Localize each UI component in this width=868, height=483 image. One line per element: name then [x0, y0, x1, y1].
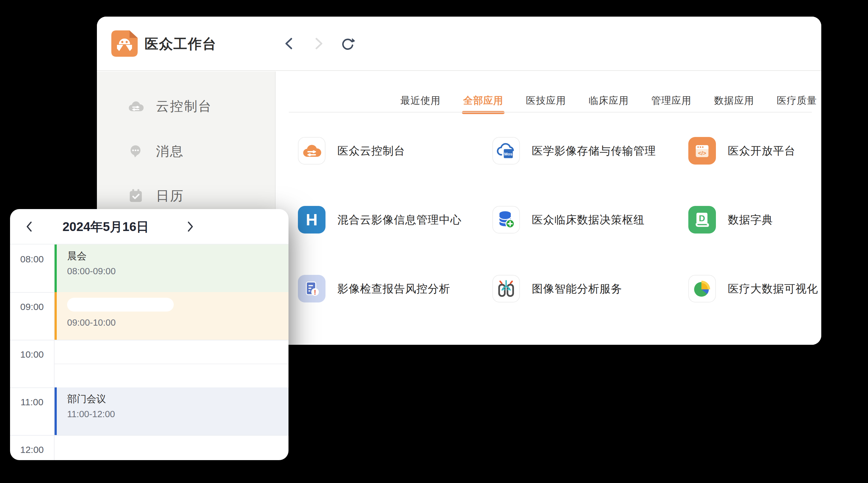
event-title: 部门会议 [67, 393, 288, 405]
app-open-platform[interactable]: </> 医众开放平台 [688, 137, 821, 165]
time-label: 10:00 [10, 340, 54, 360]
app-big-data-visualization[interactable]: 医疗大数据可视化 [688, 275, 821, 302]
app-label: 医疗大数据可视化 [728, 282, 818, 296]
app-label: 数据字典 [728, 213, 773, 227]
app-hybrid-cloud-imaging-center[interactable]: H 混合云影像信息管理中心 [298, 206, 486, 233]
app-label: 医众云控制台 [337, 143, 405, 158]
calendar-date: 2024年5月16日 [48, 209, 164, 245]
half-hour-gridline [55, 363, 288, 364]
time-label: 12:00 [10, 435, 54, 455]
tab-management-apps[interactable]: 管理应用 [651, 94, 691, 107]
report-alert-icon: ! [298, 275, 326, 302]
calendar-prev-day-button[interactable] [21, 219, 38, 235]
app-label: 影像检查报告风控分析 [337, 282, 450, 296]
app-cloud-console[interactable]: 医众云控制台 [298, 137, 486, 165]
letter-h-glyph: H [306, 210, 318, 229]
svg-text:Mos: Mos [504, 152, 513, 156]
window-header: 医众工作台 [97, 17, 821, 71]
calendar-panel: 2024年5月16日 08:00 09:00 10:00 11:00 12:00… [10, 209, 288, 460]
tab-all-apps[interactable]: 全部应用 [463, 94, 503, 107]
sidebar-item-label: 消息 [156, 142, 184, 160]
sidebar-item-messages[interactable]: 消息 [97, 137, 275, 165]
sidebar-item-label: 云控制台 [156, 97, 212, 115]
event-time: 11:00-12:00 [67, 409, 288, 419]
browser-nav [281, 35, 356, 52]
event-time: 09:00-10:00 [67, 317, 288, 328]
tab-medical-quality[interactable]: 医疗质量 [777, 94, 817, 107]
app-label: 医众开放平台 [728, 143, 796, 158]
cloud-console-icon [127, 97, 145, 115]
calendar-event-morning-meeting[interactable]: 晨会 08:00-09:00 [55, 245, 288, 292]
sidebar-item-label: 日历 [156, 187, 184, 205]
calendar-header: 2024年5月16日 [10, 209, 288, 245]
calendar-icon [127, 187, 145, 205]
sidebar-item-calendar[interactable]: 日历 [97, 182, 275, 210]
app-label: 图像智能分析服务 [532, 282, 622, 296]
svg-text:D: D [699, 214, 705, 223]
apps-panel: 最近使用 全部应用 医技应用 临床应用 管理应用 数据应用 医疗质量 医 [276, 71, 821, 345]
database-plus-icon [492, 206, 520, 233]
tab-data-apps[interactable]: 数据应用 [714, 94, 754, 107]
lungs-icon [492, 275, 520, 302]
tab-clinical-apps[interactable]: 临床应用 [589, 94, 629, 107]
calendar-day-grid: 08:00 09:00 10:00 11:00 12:00 晨会 08:00-0… [10, 245, 288, 460]
letter-h-icon: H [298, 206, 326, 233]
app-report-risk-analysis[interactable]: ! 影像检查报告风控分析 [298, 275, 486, 302]
event-title: 晨会 [67, 250, 288, 262]
tab-recently-used[interactable]: 最近使用 [400, 94, 441, 107]
svg-text:!: ! [314, 289, 316, 296]
svg-text:</>: </> [698, 150, 706, 156]
pie-chart-icon [688, 275, 716, 302]
dictionary-book-icon: D [688, 206, 716, 233]
calendar-next-day-button[interactable] [182, 219, 198, 235]
cloud-mos-icon: Mos [492, 137, 520, 165]
app-label: 混合云影像信息管理中心 [337, 213, 462, 227]
app-title: 医众工作台 [145, 17, 217, 71]
tabs-divider [289, 112, 812, 112]
refresh-button[interactable] [338, 35, 356, 52]
app-category-tabs: 最近使用 全部应用 医技应用 临床应用 管理应用 数据应用 医疗质量 [400, 94, 817, 107]
message-icon [127, 142, 145, 160]
time-label: 09:00 [10, 292, 54, 312]
forward-button[interactable] [310, 35, 327, 52]
time-label: 11:00 [10, 387, 54, 408]
back-button[interactable] [281, 35, 298, 52]
redacted-event-title [67, 298, 174, 312]
app-image-ai-analysis[interactable]: 图像智能分析服务 [492, 275, 680, 302]
sidebar-item-cloud-console[interactable]: 云控制台 [97, 92, 275, 120]
time-label: 08:00 [10, 245, 54, 264]
app-logo-icon [111, 30, 138, 57]
screen: 医众工作台 [0, 0, 868, 483]
code-browser-icon: </> [688, 137, 716, 165]
app-clinical-data-hub[interactable]: 医众临床数据决策枢纽 [492, 206, 680, 233]
app-image-storage-transfer[interactable]: Mos 医学影像存储与传输管理 [492, 137, 680, 165]
app-label: 医学影像存储与传输管理 [532, 143, 656, 158]
calendar-event-department-meeting[interactable]: 部门会议 11:00-12:00 [55, 387, 288, 435]
tab-medtech-apps[interactable]: 医技应用 [526, 94, 566, 107]
app-data-dictionary[interactable]: D 数据字典 [688, 206, 821, 233]
orange-cloud-sliders-icon [298, 137, 326, 165]
app-label: 医众临床数据决策枢纽 [532, 213, 645, 227]
event-time: 08:00-09:00 [67, 266, 288, 277]
calendar-event-redacted[interactable]: 09:00-10:00 [55, 292, 288, 340]
